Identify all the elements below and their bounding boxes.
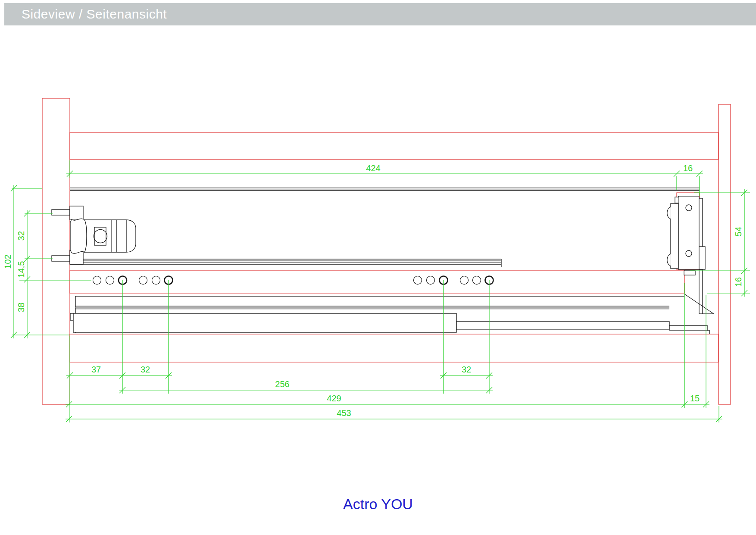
dim-102-label: 102 — [3, 254, 12, 269]
drilling-holes-left — [93, 276, 173, 285]
dim-453-label: 453 — [337, 408, 351, 418]
cabinet-panels — [42, 98, 731, 404]
technical-drawing: 424 16 102 32 14,5 38 54 16 37 32 32 256… — [0, 0, 756, 535]
dim-429-label: 429 — [327, 394, 341, 403]
dim-256-label: 256 — [275, 379, 289, 389]
dimensions: 424 16 102 32 14,5 38 54 16 37 32 32 256… — [3, 160, 750, 422]
dim-37-label: 37 — [91, 365, 101, 374]
dim-14-5-label: 14,5 — [16, 261, 26, 278]
rear-screw-lower — [52, 256, 70, 261]
runner-housing — [73, 313, 456, 332]
extension-lines — [12, 160, 750, 422]
dim-32-bottom-left-label: 32 — [141, 365, 150, 374]
side-panel-left — [42, 98, 70, 404]
dim-424-label: 424 — [366, 163, 380, 173]
front-bracket-plate — [678, 196, 699, 269]
dim-32-bottom-right-label: 32 — [462, 365, 471, 374]
dim-15-label: 15 — [690, 394, 700, 403]
drilling-holes-right — [414, 276, 494, 285]
base-panel-top-rail — [70, 259, 501, 267]
drawer-base-panel — [70, 270, 684, 293]
drawer-side-top-profile — [70, 188, 700, 191]
runner-foot — [669, 325, 707, 330]
undermount-runner — [70, 296, 709, 334]
slide-assembly — [52, 188, 714, 334]
drawer-back-corner — [684, 269, 714, 314]
dimension-labels: 424 16 102 32 14,5 38 54 16 37 32 32 256… — [3, 163, 743, 418]
dim-38-label: 38 — [16, 303, 26, 312]
back-panel — [719, 104, 731, 404]
dim-16-top-label: 16 — [683, 163, 693, 173]
dim-16-right-label: 16 — [734, 277, 743, 287]
rear-screw-upper — [52, 210, 70, 215]
rear-mounting-bracket — [52, 206, 136, 264]
top-panel — [70, 132, 719, 160]
front-bracket-serrated-strip — [671, 203, 678, 269]
runner-middle-member — [456, 322, 669, 330]
front-connection-bracket — [667, 193, 705, 269]
page: Sideview / Seitenansicht — [0, 0, 756, 535]
product-name: Actro YOU — [0, 496, 756, 513]
dim-32-left-label: 32 — [16, 231, 26, 241]
dim-54-label: 54 — [734, 227, 743, 236]
bottom-panel — [70, 334, 719, 362]
